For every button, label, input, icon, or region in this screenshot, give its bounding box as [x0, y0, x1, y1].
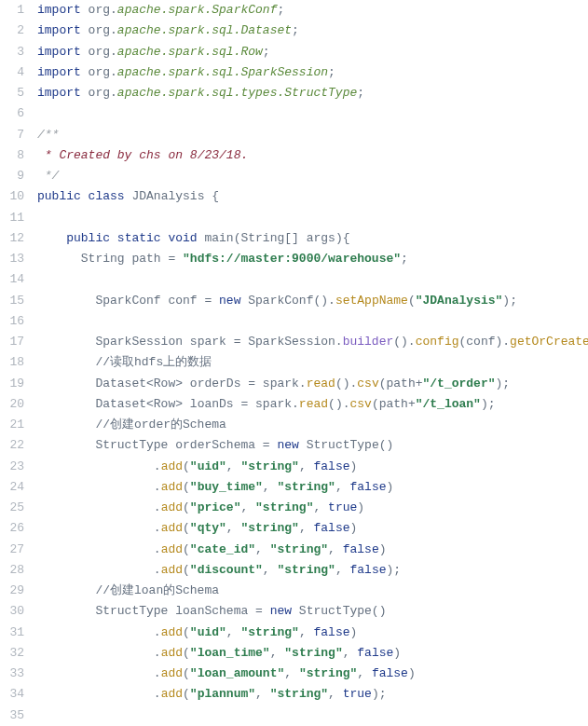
- code-line: //创建order的Schema: [37, 415, 588, 435]
- code-token: (: [408, 294, 416, 308]
- code-token: ,: [270, 646, 285, 660]
- code-token: //创建loan的Schema: [37, 583, 219, 597]
- code-token: false: [357, 646, 393, 660]
- code-token: Dataset<Row> loanDs = spark.: [37, 397, 299, 411]
- line-number: 23: [0, 457, 24, 477]
- code-token: StructType orderSchema =: [37, 438, 277, 452]
- code-line: .add("uid", "string", false): [37, 623, 588, 643]
- code-token: "hdfs://master:9000/warehouse": [183, 252, 401, 266]
- code-token: [37, 231, 66, 245]
- code-token: JDAnalysis {: [131, 189, 219, 203]
- code-token: ().: [328, 397, 349, 411]
- code-token: false: [343, 542, 379, 556]
- code-token: import: [37, 65, 81, 79]
- code-token: add: [161, 625, 183, 639]
- code-token: add: [161, 687, 183, 701]
- code-token: "string": [240, 459, 298, 473]
- code-token: ;: [328, 65, 335, 79]
- code-token: "price": [190, 500, 241, 514]
- code-line: .add("buy_time", "string", false): [37, 477, 588, 498]
- code-token: new: [219, 294, 248, 308]
- code-token: ): [350, 459, 358, 473]
- code-token: ;: [357, 86, 364, 100]
- code-token: ,: [357, 666, 372, 680]
- line-number: 2: [0, 21, 24, 41]
- code-line: .add("cate_id", "string", false): [37, 540, 588, 560]
- code-token: "string": [255, 500, 313, 514]
- code-token: );: [481, 397, 496, 411]
- code-token: "/t_order": [423, 377, 496, 390]
- code-token: ,: [226, 459, 241, 473]
- code-token: "string": [284, 646, 342, 660]
- code-token: ().: [393, 335, 415, 349]
- code-token: ): [387, 480, 394, 494]
- code-token: ,: [313, 500, 328, 514]
- code-token: ;: [292, 23, 299, 37]
- code-token: ,: [299, 459, 314, 473]
- code-token: config: [416, 335, 459, 349]
- code-line: StructType orderSchema = new StructType(…: [37, 435, 588, 456]
- code-token: "loan_time": [190, 646, 270, 660]
- code-token: (conf).: [458, 335, 510, 349]
- code-token: );: [502, 294, 517, 308]
- code-line: import org.apache.spark.sql.Dataset;: [37, 21, 588, 41]
- code-token: (: [183, 625, 190, 639]
- code-token: import: [37, 86, 81, 100]
- line-number: 13: [0, 249, 24, 269]
- line-number: 21: [0, 415, 24, 435]
- code-token: "string": [240, 521, 298, 535]
- code-token: .: [37, 480, 161, 494]
- code-token: "discount": [190, 563, 263, 577]
- code-token: ,: [299, 521, 314, 535]
- code-token: ,: [263, 563, 278, 577]
- code-token: org.: [81, 45, 117, 59]
- line-number: 12: [0, 228, 24, 249]
- code-token: "/t_loan": [416, 397, 481, 411]
- code-token: ,: [299, 625, 314, 639]
- code-token: ,: [328, 542, 343, 556]
- code-line: .add("discount", "string", false);: [37, 560, 588, 581]
- code-token: .: [37, 625, 161, 639]
- code-token: .: [37, 666, 161, 680]
- line-number: 3: [0, 42, 24, 62]
- code-line: .add("plannum", "string", true);: [37, 684, 588, 705]
- code-token: ;: [277, 3, 284, 17]
- code-token: new: [270, 604, 299, 618]
- code-token: (path+: [372, 397, 416, 411]
- code-token: ): [350, 625, 358, 639]
- code-line: .add("qty", "string", false): [37, 518, 588, 539]
- code-token: .: [37, 521, 161, 535]
- code-token: (: [183, 646, 190, 660]
- code-token: ): [393, 646, 401, 660]
- code-token: ,: [335, 480, 350, 494]
- code-line: .add("loan_time", "string", false): [37, 643, 588, 664]
- line-number: 33: [0, 664, 24, 684]
- line-number: 34: [0, 684, 24, 705]
- code-token: "string": [277, 563, 335, 577]
- code-token: (: [183, 542, 190, 556]
- code-token: setAppName: [335, 294, 408, 308]
- line-number: 17: [0, 332, 24, 352]
- code-line: //创建loan的Schema: [37, 581, 588, 601]
- code-line: .add("uid", "string", false): [37, 457, 588, 477]
- code-line: /**: [37, 125, 588, 145]
- line-number: 11: [0, 208, 24, 228]
- code-token: ,: [284, 666, 299, 680]
- line-number: 15: [0, 291, 24, 311]
- code-token: true: [343, 687, 372, 701]
- code-line: import org.apache.spark.sql.SparkSession…: [37, 62, 588, 83]
- code-token: public class: [37, 189, 131, 203]
- code-token: * Created by chs on 8/23/18.: [37, 148, 248, 162]
- line-number: 10: [0, 186, 24, 207]
- code-token: false: [314, 521, 350, 535]
- code-line: [37, 103, 588, 124]
- code-line: SparkConf conf = new SparkConf().setAppN…: [37, 291, 588, 311]
- line-number: 19: [0, 374, 24, 394]
- line-number: 32: [0, 643, 24, 664]
- code-token: ,: [343, 646, 358, 660]
- code-token: add: [161, 521, 183, 535]
- code-line: [37, 269, 588, 290]
- code-token: true: [328, 500, 357, 514]
- code-line: Dataset<Row> loanDs = spark.read().csv(p…: [37, 394, 588, 415]
- code-token: apache.spark.sql.SparkSession: [117, 65, 328, 79]
